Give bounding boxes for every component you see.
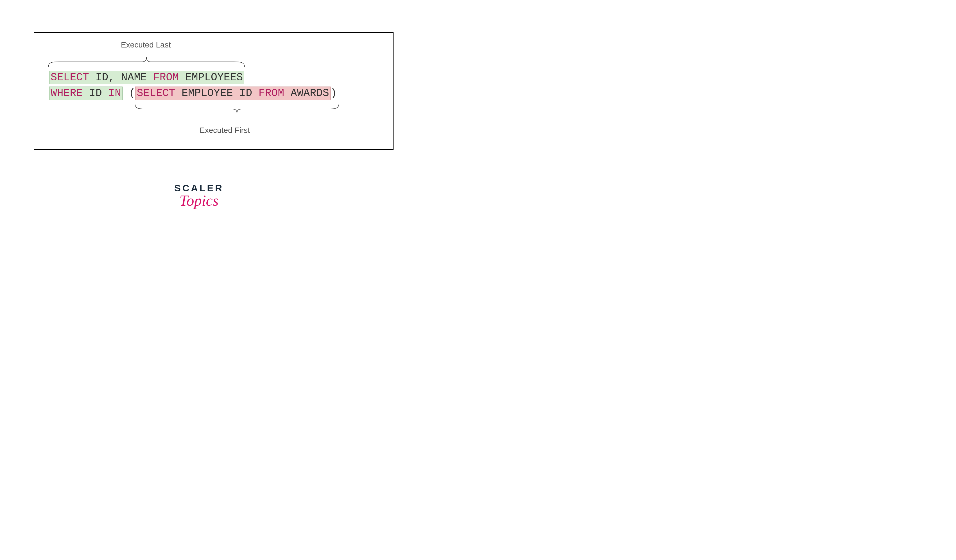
outer-query-line2-highlight: WHERE ID IN [49, 86, 123, 100]
keyword-from: FROM [153, 71, 179, 83]
brace-bottom [134, 103, 340, 118]
inner-keyword-from: FROM [259, 87, 284, 99]
inner-keyword-select: SELECT [137, 87, 175, 99]
inner-column-employee-id: EMPLOYEE_ID [175, 87, 258, 99]
logo-text-topics: Topics [174, 192, 224, 209]
paren-open: ( [123, 87, 135, 99]
inner-table-awards: AWARDS [284, 87, 329, 99]
keyword-select: SELECT [50, 71, 89, 83]
sql-line-2: WHERE ID IN (SELECT EMPLOYEE_ID FROM AWA… [49, 86, 337, 100]
sql-code: SELECT ID, NAME FROM EMPLOYEES WHERE ID … [49, 70, 337, 100]
paren-close: ) [330, 87, 337, 99]
sql-line-1: SELECT ID, NAME FROM EMPLOYEES [49, 70, 337, 85]
inner-query-highlight: SELECT EMPLOYEE_ID FROM AWARDS [135, 86, 330, 100]
brace-top [48, 53, 245, 67]
columns-id-name: ID, NAME [89, 71, 153, 83]
outer-query-line1-highlight: SELECT ID, NAME FROM EMPLOYEES [49, 71, 244, 84]
label-executed-last: Executed Last [121, 41, 171, 49]
column-id: ID [83, 87, 108, 99]
keyword-in: IN [108, 87, 121, 99]
scaler-topics-logo: SCALER Topics [174, 183, 224, 209]
diagram-canvas: Executed Last SELECT ID, NAME FROM EMPLO… [0, 0, 433, 254]
keyword-where: WHERE [50, 87, 83, 99]
table-employees: EMPLOYEES [179, 71, 243, 83]
label-executed-first: Executed First [200, 126, 250, 135]
